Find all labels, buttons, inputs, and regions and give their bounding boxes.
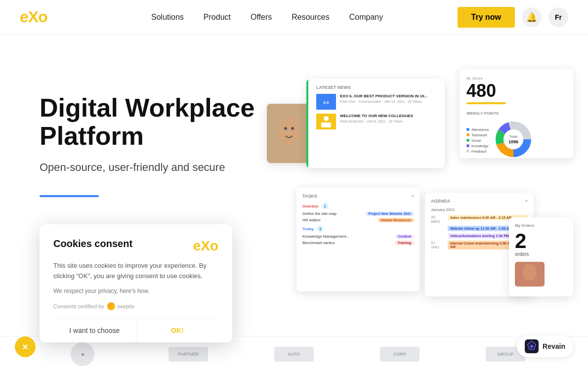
tasks-card: TASKS + Overdue 2 Define the site map Pr…: [296, 188, 420, 291]
news-headline-2: WELCOME TO OUR NEW COLLEGUES: [340, 114, 439, 119]
nav-resources[interactable]: Resources: [292, 13, 329, 22]
task-item-3: Knowledge Management... Content: [302, 234, 414, 239]
nav-product[interactable]: Product: [204, 13, 231, 22]
news-card: LATESET NEWS 6.0 EXO 6, OUR BEST PRODUCT…: [306, 79, 445, 168]
legend-dot-feedback: [466, 150, 469, 153]
legend-teamwork: Teamwork: [466, 133, 489, 137]
svg-text:Total: Total: [509, 135, 517, 138]
agenda-label: AGENDA: [431, 199, 450, 204]
task-name-3: Knowledge Management...: [302, 234, 349, 239]
bell-icon: 🔔: [526, 12, 537, 23]
hero-subtitle: Open-source, user-friendly and secure: [40, 160, 257, 175]
task-name-2: HR Addon: [302, 218, 320, 222]
nav-solutions[interactable]: Solutions: [151, 13, 184, 22]
cookie-certified-label: Consents certified by: [53, 303, 104, 309]
stats-small-label: AL Score: [466, 76, 566, 81]
oxeptio-badge: oxeptio: [107, 302, 134, 310]
orders-avatar: [515, 262, 545, 287]
tasks-label: TASKS: [302, 194, 317, 199]
revain-label: Revain: [543, 342, 565, 350]
task-item-4: Benchmark tactics Training: [302, 241, 414, 245]
legend-dot-social: [466, 139, 469, 142]
overdue-count: 2: [322, 203, 329, 209]
cookie-privacy: We respect your privacy, here's how.: [53, 288, 218, 294]
tasks-add-icon[interactable]: +: [412, 194, 414, 199]
news-meta-1: Peter Doe · Communicator · JAN 13, 2021 …: [340, 100, 439, 103]
cookie-certified: Consents certified by oxeptio: [53, 302, 218, 310]
news-item-2: WELCOME TO OUR NEW COLLEGUES Padd.Anders…: [316, 114, 439, 129]
revain-widget[interactable]: Revain: [517, 335, 573, 357]
news-card-header: LATESET NEWS: [316, 85, 439, 90]
svg-point-3: [284, 127, 287, 130]
try-now-button[interactable]: Try now: [458, 7, 515, 28]
news-text-2: WELCOME TO OUR NEW COLLEGUES Padd.Anders…: [340, 114, 439, 129]
nav-company[interactable]: Company: [349, 13, 383, 22]
partner-logo-4: CORP: [380, 344, 420, 364]
today-count: 3: [317, 225, 324, 232]
cookie-body: This site uses cookies to improve your e…: [53, 261, 218, 282]
agenda-date-1: 20WED: [431, 215, 445, 224]
legend-label-knowledge: Knowledge: [471, 144, 489, 148]
legend-dot-teamwork: [466, 133, 469, 136]
logo[interactable]: eXo: [20, 8, 47, 26]
task-item-2: HR Addon Human Resources: [302, 218, 414, 222]
dashboard-mockup: LATESET NEWS 6.0 EXO 6, OUR BEST PRODUCT…: [267, 64, 573, 321]
svg-rect-9: [321, 123, 331, 127]
agenda-add-icon[interactable]: +: [525, 199, 528, 204]
hero-underline-decoration: [40, 195, 99, 197]
partner-logo-1: ★: [63, 344, 102, 364]
legend-items: Attendance Teamwork Social Knowledg: [466, 128, 489, 153]
task-badge-1: Project New Website 2021: [366, 211, 414, 216]
news-thumb-1: 6.0: [316, 94, 336, 110]
green-accent-strip: [306, 79, 308, 168]
cookie-buttons: I want to choose OK!: [53, 318, 218, 342]
cookie-header: Cookies consent eXo: [53, 238, 218, 254]
svg-text:6.0: 6.0: [323, 100, 329, 105]
nav-offers[interactable]: Offers: [251, 13, 272, 22]
partner-logo-circle-1: ★: [71, 342, 94, 366]
overdue-label: Overdue 2: [302, 203, 414, 209]
close-fab-button[interactable]: ×: [15, 336, 36, 357]
legend-attendance: Attendance: [466, 128, 489, 131]
cookie-choose-button[interactable]: I want to choose: [53, 319, 136, 342]
task-badge-4: Training: [395, 241, 414, 245]
hero-right: LATESET NEWS 6.0 EXO 6, OUR BEST PRODUCT…: [267, 54, 573, 331]
partner-logo-rect-4: CORP: [380, 347, 420, 362]
revain-icon: [525, 339, 539, 353]
cookie-consent-modal: Cookies consent eXo This site uses cooki…: [40, 224, 232, 342]
svg-point-22: [530, 345, 533, 348]
agenda-month-label: January 2021: [431, 207, 528, 212]
weekly-points-label: WEEKLY POINTS: [466, 111, 566, 116]
legend-dot-knowledge: [466, 144, 469, 147]
notification-button[interactable]: 🔔: [522, 7, 542, 27]
svg-point-8: [324, 116, 329, 121]
svg-point-19: [523, 264, 537, 282]
partner-logo-rect-3: NATO: [274, 347, 314, 362]
legend-dot-attendance: [466, 128, 469, 131]
legend-feedback: Feedback: [466, 150, 489, 153]
partner-logo-3: NATO: [274, 344, 314, 364]
task-badge-2: Human Resources: [378, 218, 414, 222]
language-button[interactable]: Fr: [548, 7, 568, 27]
legend-knowledge: Knowledge: [466, 144, 489, 148]
tasks-header: TASKS +: [302, 194, 414, 199]
profile-image: [267, 104, 311, 163]
news-meta-2: Padd.Anderson · JAN 8, 2021 · 18 Views: [340, 120, 439, 123]
hero-title: Digital Workplace Platform: [40, 94, 257, 150]
svg-point-1: [278, 117, 300, 145]
task-item-1: Define the site map Project New Website …: [302, 211, 414, 216]
donut-chart-row: Attendance Teamwork Social Knowledg: [466, 120, 566, 158]
oxeptio-name: oxeptio: [117, 303, 134, 309]
stats-bar-decoration: [466, 102, 506, 104]
news-text-1: EXO 6, OUR BEST PRODUCT VERSION IN 10...…: [340, 94, 439, 110]
navbar: eXo Solutions Product Offers Resources C…: [0, 0, 588, 35]
cookie-ok-button[interactable]: OK!: [136, 319, 219, 342]
svg-point-4: [291, 127, 294, 130]
news-headline-1: EXO 6, OUR BEST PRODUCT VERSION IN 10...: [340, 94, 439, 99]
orders-avatar-image: [515, 262, 545, 287]
legend-label-teamwork: Teamwork: [471, 133, 487, 137]
legend-label-attendance: Attendance: [471, 128, 489, 131]
cookie-title: Cookies consent: [53, 238, 132, 249]
svg-text:1096: 1096: [508, 139, 518, 144]
nav-links: Solutions Product Offers Resources Compa…: [77, 13, 458, 22]
